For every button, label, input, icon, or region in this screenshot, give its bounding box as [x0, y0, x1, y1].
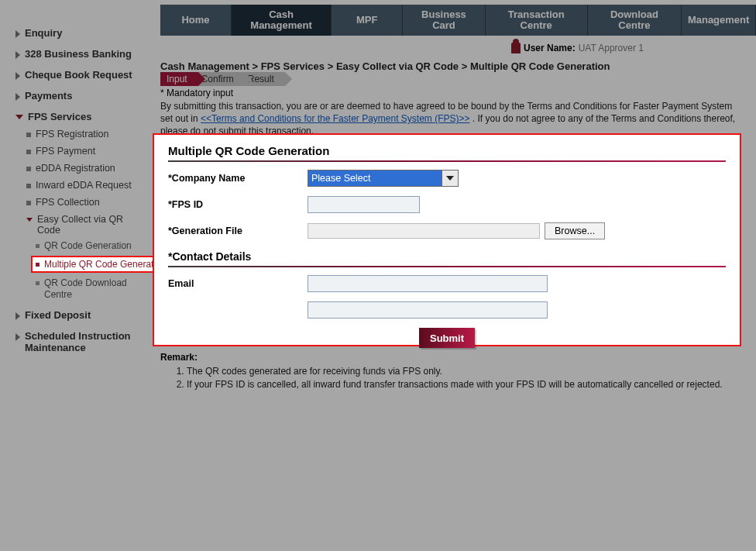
submit-button[interactable]: Submit	[419, 328, 475, 348]
sidebar-multi-qr-gen[interactable]: Multiple QR Code Generation	[36, 259, 166, 270]
sidebar-inward-edda[interactable]: Inward eDDA Request	[26, 180, 147, 191]
email-input-1[interactable]	[308, 275, 548, 292]
sidebar-cheque-label: Cheque Book Request	[25, 69, 132, 81]
company-name-label: *Company Name	[168, 173, 308, 184]
bullet-icon	[36, 244, 40, 248]
sidebar-fps-label: FPS Services	[28, 111, 91, 122]
sidebar: Enquiry 328 Business Banking Cheque Book…	[15, 27, 147, 363]
chevron-right-icon	[15, 72, 20, 80]
sidebar-multi-qr-label: Multiple QR Code Generation	[44, 259, 166, 270]
nav-transaction-centre[interactable]: Transaction Centre	[486, 5, 588, 36]
bullet-icon	[26, 167, 31, 171]
bullet-icon	[26, 201, 31, 205]
chevron-down-icon	[15, 115, 23, 119]
divider	[168, 266, 726, 267]
sidebar-qr-download[interactable]: QR Code Download Centre	[36, 277, 147, 300]
sidebar-fps-registration[interactable]: FPS Registration	[26, 129, 147, 139]
sidebar-fps-col-label: FPS Collection	[36, 197, 100, 208]
chevron-down-icon	[26, 218, 33, 222]
chevron-down-icon	[446, 176, 454, 181]
mandatory-note: * Mandatory input	[160, 88, 233, 98]
sidebar-edda-registration[interactable]: eDDA Registration	[26, 163, 147, 174]
bullet-icon	[36, 263, 40, 267]
remark-block: Remark: The QR codes generated are for r…	[160, 352, 737, 392]
section-title-contact: *Contact Details	[168, 249, 726, 266]
sidebar-qr-gen[interactable]: QR Code Generation	[36, 240, 147, 251]
sidebar-qr-gen-label: QR Code Generation	[44, 240, 132, 251]
generation-file-path	[308, 223, 540, 239]
bullet-icon	[26, 150, 31, 154]
breadcrumb: Cash Management > FPS Services > Easy Co…	[160, 60, 610, 72]
remark-item: The QR codes generated are for receiving…	[187, 366, 737, 377]
nav-mpf[interactable]: MPF	[332, 5, 403, 36]
bullet-icon	[26, 133, 31, 137]
sidebar-easy-collect[interactable]: Easy Collect via QR Code	[26, 214, 147, 236]
sidebar-inward-edda-label: Inward eDDA Request	[36, 180, 132, 191]
sidebar-fd-label: Fixed Deposit	[25, 309, 91, 321]
nav-management[interactable]: Management	[682, 5, 756, 36]
chevron-right-icon	[15, 30, 20, 38]
sidebar-328[interactable]: 328 Business Banking	[15, 48, 147, 60]
tnc-link[interactable]: <<Terms and Conditions for the Faster Pa…	[201, 113, 469, 124]
divider	[168, 160, 726, 162]
user-label: User Name:	[524, 43, 576, 53]
chevron-right-icon	[15, 51, 20, 59]
sidebar-enquiry-label: Enquiry	[25, 27, 62, 39]
step-input: Input	[160, 72, 198, 86]
fps-id-label: *FPS ID	[168, 199, 308, 210]
nav-cash-management[interactable]: Cash Management	[232, 5, 332, 36]
bullet-icon	[36, 281, 40, 285]
intro-text: By submitting this transaction, you are …	[160, 100, 737, 138]
sidebar-fps-payment[interactable]: FPS Payment	[26, 146, 147, 157]
nav-biz-card-label: Business Card	[411, 9, 477, 32]
user-line: User Name: UAT Approver 1	[511, 43, 644, 53]
nav-txn-label: Transaction Centre	[493, 9, 579, 32]
email-label: Email	[168, 278, 308, 289]
sidebar-payments-label: Payments	[25, 90, 72, 102]
remark-item: If your FPS ID is cancelled, all inward …	[187, 379, 737, 390]
sidebar-cheque[interactable]: Cheque Book Request	[15, 69, 147, 81]
user-icon	[511, 43, 521, 53]
chevron-right-icon	[15, 93, 20, 101]
sidebar-payments[interactable]: Payments	[15, 90, 147, 102]
company-name-select[interactable]: Please Select	[308, 170, 459, 187]
sidebar-fps-services[interactable]: FPS Services	[15, 111, 147, 122]
remark-heading: Remark:	[160, 352, 737, 363]
bullet-icon	[26, 184, 31, 188]
sidebar-qr-dl-label: QR Code Download Centre	[44, 277, 147, 300]
sidebar-enquiry[interactable]: Enquiry	[15, 27, 147, 39]
nav-home[interactable]: Home	[160, 5, 232, 36]
company-name-value: Please Select	[311, 173, 370, 184]
chevron-right-icon	[15, 312, 20, 320]
chevron-right-icon	[15, 333, 20, 341]
sidebar-sched-label: Scheduled Instruction Maintenance	[25, 330, 147, 353]
sidebar-328-label: 328 Business Banking	[25, 48, 132, 60]
email-input-2[interactable]	[308, 301, 548, 319]
section-title-qr: Multiple QR Code Generation	[168, 143, 726, 160]
generation-file-label: *Generation File	[168, 226, 308, 236]
nav-cash-mgmt-label: Cash Management	[239, 9, 323, 32]
sidebar-fps-pay-label: FPS Payment	[36, 146, 95, 157]
nav-dl-label: Download Centre	[596, 9, 674, 32]
fps-id-input[interactable]	[308, 196, 420, 213]
sidebar-scheduled-instruction[interactable]: Scheduled Instruction Maintenance	[15, 330, 147, 353]
user-value: UAT Approver 1	[579, 43, 644, 53]
sidebar-edda-reg-label: eDDA Registration	[36, 163, 115, 174]
top-nav: Home Cash Management MPF Business Card T…	[160, 5, 756, 36]
nav-business-card[interactable]: Business Card	[403, 5, 486, 36]
browse-button[interactable]: Browse...	[545, 222, 605, 239]
main-form-panel: Multiple QR Code Generation *Company Nam…	[153, 133, 741, 346]
sidebar-fps-reg-label: FPS Registration	[36, 129, 108, 139]
sidebar-fixed-deposit[interactable]: Fixed Deposit	[15, 309, 147, 321]
step-indicator: Input Confirm Result	[160, 72, 282, 86]
sidebar-fps-collection[interactable]: FPS Collection	[26, 197, 147, 208]
nav-download-centre[interactable]: Download Centre	[588, 5, 682, 36]
sidebar-easy-label: Easy Collect via QR Code	[37, 214, 147, 236]
